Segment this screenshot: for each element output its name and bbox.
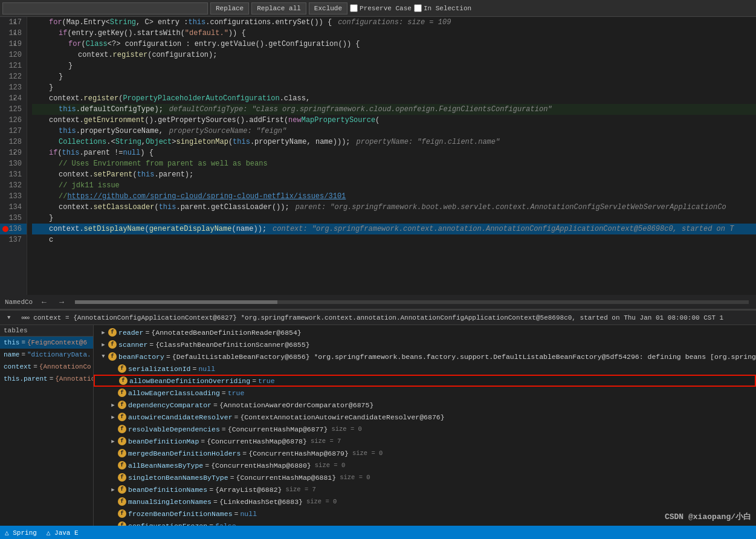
field-icon-scanner: f: [108, 340, 117, 349]
code-line-136[interactable]: context.setDisplayName(generateDisplayNa…: [32, 224, 756, 234]
in-selection-label[interactable]: In Selection: [414, 4, 471, 12]
tree-item-allowbeandef[interactable]: f allowBeanDefinitionOverriding = true: [94, 375, 756, 387]
code-lines: for (Map.Entry<String, C> entry : this.c…: [27, 17, 756, 295]
tree-item-beanfactory[interactable]: f beanFactory = {DefaultListableBeanFact…: [94, 350, 756, 363]
tree-item-beandefnames[interactable]: f beanDefinitionNames = {ArrayList@6882}…: [94, 483, 756, 495]
code-line-131[interactable]: context.setParent(this.parent);: [32, 169, 756, 180]
code-line-121[interactable]: }: [32, 60, 756, 71]
code-line-134[interactable]: context.setClassLoader(this.parent.getCl…: [32, 202, 756, 213]
in-selection-checkbox[interactable]: [414, 4, 422, 12]
field-icon-alloweager: f: [118, 389, 126, 397]
csdn-watermark: CSDN @xiaopang/小白: [665, 511, 751, 522]
tree-item-autowire[interactable]: f autowireCandidateResolver = {ContextAn…: [94, 411, 756, 423]
line-number-130: 130: [0, 158, 27, 169]
code-line-120[interactable]: context.register(configuration);: [32, 50, 756, 60]
expand-beandefnames[interactable]: [108, 485, 118, 494]
expand-scanner[interactable]: [99, 340, 108, 349]
tree-item-scanner[interactable]: f scanner = {ClassPathBeanDefinitionScan…: [94, 338, 756, 350]
code-line-129[interactable]: if (this.parent != null) {: [32, 147, 756, 158]
replace-button[interactable]: Replace: [210, 2, 249, 15]
status-spring: △ Spring: [5, 529, 37, 537]
debug-panel: ▼ ∞∞ context = {AnnotationConfigApplicat…: [0, 309, 756, 539]
tree-item-frozenbeandefnames[interactable]: f frozenBeanDefinitionNames = null: [94, 508, 756, 520]
expand-beanfactory[interactable]: [99, 352, 108, 361]
code-line-128[interactable]: Collections.<String, Object>singletonMap…: [32, 137, 756, 147]
preserve-case-checkbox[interactable]: [350, 4, 358, 12]
tree-item-serializationid[interactable]: f serializationId = null: [94, 363, 756, 375]
line-number-132: 132: [0, 180, 27, 191]
preserve-case-label[interactable]: Preserve Case: [350, 4, 412, 12]
var-item-this-parent[interactable]: this.parent = {Annotatio: [0, 373, 93, 385]
expand-autowire[interactable]: [108, 412, 118, 422]
debug-tab-expand[interactable]: ▼: [0, 313, 18, 323]
debug-root-label: ∞∞ context = {AnnotationConfigApplicatio…: [18, 314, 756, 321]
code-editor: ▾117 ▾118 ▾119 120 121 122 123 ▾124 125 …: [0, 17, 756, 295]
code-line-126[interactable]: context.getEnvironment().getPropertySour…: [32, 115, 756, 126]
field-icon-mergedbeandefs: f: [118, 449, 126, 457]
fold-icon-129[interactable]: ▾: [11, 149, 18, 157]
line-numbers-gutter: ▾117 ▾118 ▾119 120 121 122 123 ▾124 125 …: [0, 17, 27, 295]
editor-scrollbar[interactable]: [75, 300, 749, 304]
tree-panel[interactable]: f reader = {AnnotatedBeanDefinitionReade…: [94, 325, 756, 539]
tree-item-beandefmap[interactable]: f beanDefinitionMap = {ConcurrentHashMap…: [94, 435, 756, 447]
field-icon-autowire: f: [118, 413, 126, 421]
line-number-134: 134: [0, 202, 27, 213]
tree-item-reader[interactable]: f reader = {AnnotatedBeanDefinitionReade…: [94, 326, 756, 338]
search-input[interactable]: [2, 2, 208, 15]
code-line-125[interactable]: this.defaultConfigType); defaultConfigTy…: [32, 104, 756, 115]
line-number-135: 135: [0, 213, 27, 224]
var-item-context[interactable]: context = {AnnotationCo: [0, 361, 93, 373]
code-line-119[interactable]: for (Class<?> configuration : entry.getV…: [32, 39, 756, 50]
code-line-137[interactable]: c: [32, 234, 756, 245]
var-item-this[interactable]: this = {FeignContext@6: [0, 337, 93, 349]
tree-item-manualsingletonnames[interactable]: f manualSingletonNames = {LinkedHashSet@…: [94, 495, 756, 508]
tree-item-mergedbeandefs[interactable]: f mergedBeanDefinitionHolders = {Concurr…: [94, 447, 756, 459]
line-number-122: 122: [0, 71, 27, 82]
field-icon-beandefnames: f: [118, 485, 126, 494]
code-line-118[interactable]: if (entry.getKey().startsWith("default."…: [32, 28, 756, 39]
code-line-123[interactable]: }: [32, 82, 756, 93]
field-icon-beandefmap: f: [118, 437, 126, 445]
expand-icon: ▼: [7, 315, 10, 321]
search-toolbar: Replace Replace all Exclude Preserve Cas…: [0, 0, 756, 17]
fold-icon-124[interactable]: ▾: [11, 95, 18, 102]
tab-nav-forward[interactable]: →: [55, 297, 68, 306]
code-line-122[interactable]: }: [32, 71, 756, 82]
tree-item-resolvabledeps[interactable]: f resolvableDependencies = {ConcurrentHa…: [94, 423, 756, 435]
variables-header: tables: [0, 325, 93, 337]
fold-icon-118[interactable]: ▾: [11, 30, 18, 37]
tab-nav-back[interactable]: ←: [37, 297, 50, 306]
expand-depcomparator[interactable]: [108, 400, 118, 410]
code-line-127[interactable]: this.propertySourceName, propertySourceN…: [32, 126, 756, 137]
code-line-130[interactable]: // Uses Environment from parent as well …: [32, 158, 756, 169]
line-number-128: 128: [0, 137, 27, 147]
fold-icon-119[interactable]: ▾: [11, 40, 18, 48]
code-line-117[interactable]: for (Map.Entry<String, C> entry : this.c…: [32, 17, 756, 28]
code-line-135[interactable]: }: [32, 213, 756, 224]
line-number-125: 125: [0, 104, 27, 115]
tree-item-allbeannamesbytype[interactable]: f allBeanNamesByType = {ConcurrentHashMa…: [94, 459, 756, 471]
var-item-name[interactable]: name = "dictionaryData.: [0, 349, 93, 361]
code-line-124[interactable]: context.register(PropertyPlaceholderAuto…: [32, 93, 756, 104]
line-number-136: 136: [0, 224, 27, 234]
tree-item-alloweager[interactable]: f allowEagerClassLoading = true: [94, 387, 756, 399]
field-icon-manualsingletonnames: f: [118, 497, 126, 506]
line-number-131: 131: [0, 169, 27, 180]
exclude-button[interactable]: Exclude: [309, 2, 347, 15]
field-icon-depcomparator: f: [118, 401, 126, 409]
expand-beandefmap[interactable]: [108, 436, 118, 446]
line-number-120: 120: [0, 50, 27, 60]
debug-content: tables this = {FeignContext@6 name = "di…: [0, 325, 756, 539]
line-number-117: ▾117: [0, 17, 27, 28]
named-co-tab-label[interactable]: NamedCo: [5, 299, 33, 306]
line-number-118: ▾118: [0, 28, 27, 39]
code-line-132[interactable]: // jdk11 issue: [32, 180, 756, 191]
field-icon-frozenbeandefnames: f: [118, 509, 126, 518]
code-line-133[interactable]: // https://github.com/spring-cloud/sprin…: [32, 191, 756, 202]
fold-icon-117[interactable]: ▾: [11, 19, 18, 26]
tree-item-singletonbeannamesbytype[interactable]: f singletonBeanNamesByType = {Concurrent…: [94, 471, 756, 483]
tree-item-depcomparator[interactable]: f dependencyComparator = {AnnotationAwar…: [94, 399, 756, 411]
line-number-137: 137: [0, 234, 27, 245]
expand-reader[interactable]: [99, 328, 108, 337]
replace-all-button[interactable]: Replace all: [251, 2, 306, 15]
